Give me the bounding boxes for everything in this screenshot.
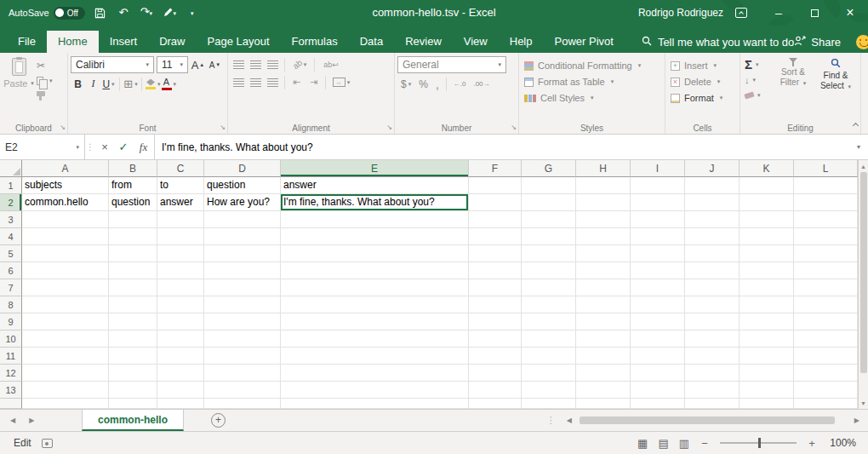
cell-C9[interactable]	[157, 313, 204, 330]
cell-D3[interactable]	[204, 211, 281, 228]
bottom-align-button[interactable]	[265, 56, 281, 72]
clipboard-dialog-launcher[interactable]: ↘	[60, 124, 66, 132]
cell-F2[interactable]	[469, 194, 522, 211]
cell-A2[interactable]: common.hello	[22, 194, 109, 211]
cell-I10[interactable]	[631, 330, 685, 348]
cell-K13[interactable]	[740, 382, 794, 399]
cell-B2[interactable]: question	[109, 194, 157, 211]
cell-G3[interactable]	[522, 211, 576, 228]
wrap-text-button[interactable]: ab↩	[318, 56, 344, 72]
name-box[interactable]: E2	[0, 135, 85, 159]
cell-J4[interactable]	[685, 228, 740, 245]
align-left-button[interactable]	[231, 74, 247, 90]
cell-L10[interactable]	[794, 330, 858, 348]
cell-A8[interactable]	[22, 296, 109, 313]
cell-I1[interactable]	[631, 177, 685, 194]
cell-B1[interactable]: from	[109, 177, 157, 194]
cell-L-partial[interactable]	[794, 399, 858, 409]
top-align-button[interactable]	[231, 56, 247, 72]
cell-A3[interactable]	[22, 211, 109, 228]
number-dialog-launcher[interactable]: ↘	[511, 124, 517, 132]
vertical-scrollbar[interactable]: ▲ ▼	[858, 160, 868, 409]
row-header-2[interactable]: 2	[0, 194, 22, 211]
cell-J12[interactable]	[685, 365, 740, 382]
middle-align-button[interactable]	[248, 56, 264, 72]
bold-button[interactable]: B	[71, 76, 85, 92]
cell-F1[interactable]	[469, 177, 522, 194]
underline-button[interactable]: U▾	[101, 76, 116, 92]
cell-E13[interactable]	[281, 382, 469, 399]
cell-K3[interactable]	[740, 211, 794, 228]
italic-button[interactable]: I	[86, 76, 100, 92]
undo-icon[interactable]: ↶	[116, 0, 131, 26]
normal-view-button[interactable]: ▦	[637, 437, 648, 450]
cell-H12[interactable]	[576, 365, 631, 382]
scroll-down-icon[interactable]: ▼	[859, 397, 868, 409]
cell-C4[interactable]	[157, 228, 204, 245]
cell-I9[interactable]	[631, 313, 685, 330]
row-header-3[interactable]: 3	[0, 211, 22, 228]
cell-G8[interactable]	[522, 296, 576, 313]
cell-C8[interactable]	[157, 296, 204, 313]
cell-A7[interactable]	[22, 279, 109, 296]
ribbon-display-options-icon[interactable]	[735, 8, 747, 18]
cell-F13[interactable]	[469, 382, 522, 399]
cell-D6[interactable]	[204, 262, 281, 279]
cell-E9[interactable]	[281, 313, 469, 330]
cell-B11[interactable]	[109, 348, 157, 365]
cell-C3[interactable]	[157, 211, 204, 228]
increase-decimal-button[interactable]: ←.0	[450, 76, 470, 92]
column-header-H[interactable]: H	[576, 160, 631, 177]
fill-color-button[interactable]: ▾	[146, 76, 161, 92]
cell-I6[interactable]	[631, 262, 685, 279]
cell-D11[interactable]	[204, 348, 281, 365]
cell-E3[interactable]	[281, 211, 469, 228]
cell-E11[interactable]	[281, 348, 469, 365]
zoom-slider-thumb[interactable]	[758, 438, 761, 448]
cell-E6[interactable]	[281, 262, 469, 279]
collapse-ribbon-icon[interactable]	[851, 121, 861, 129]
cell-I4[interactable]	[631, 228, 685, 245]
borders-button[interactable]: ⊞▾	[123, 76, 138, 92]
cell-A4[interactable]	[22, 228, 109, 245]
cell-F-partial[interactable]	[469, 399, 522, 409]
cell-F10[interactable]	[469, 330, 522, 348]
cell-D1[interactable]: question	[204, 177, 281, 194]
cell-J3[interactable]	[685, 211, 740, 228]
cell-C12[interactable]	[157, 365, 204, 382]
row-header-13[interactable]: 13	[0, 382, 22, 399]
cell-E10[interactable]	[281, 330, 469, 348]
cell-L8[interactable]	[794, 296, 858, 313]
tab-review[interactable]: Review	[394, 31, 453, 53]
delete-cells-button[interactable]: ×Delete▾	[668, 74, 737, 89]
comma-style-button[interactable]: ,	[432, 76, 443, 92]
cell-L13[interactable]	[794, 382, 858, 399]
row-header-partial[interactable]	[0, 399, 22, 409]
tab-view[interactable]: View	[453, 31, 499, 53]
cell-D13[interactable]	[204, 382, 281, 399]
cell-K12[interactable]	[740, 365, 794, 382]
cell-I2[interactable]	[631, 194, 685, 211]
cell-L3[interactable]	[794, 211, 858, 228]
cell-L7[interactable]	[794, 279, 858, 296]
cell-B8[interactable]	[109, 296, 157, 313]
fill-button[interactable]: ↓▾	[743, 72, 772, 87]
formula-bar-resize-handle[interactable]: ⋮	[85, 135, 95, 159]
row-header-9[interactable]: 9	[0, 313, 22, 330]
cell-D7[interactable]	[204, 279, 281, 296]
cell-E12[interactable]	[281, 365, 469, 382]
alignment-dialog-launcher[interactable]: ↘	[386, 124, 392, 132]
align-right-button[interactable]	[265, 74, 281, 90]
cell-G7[interactable]	[522, 279, 576, 296]
cell-G5[interactable]	[522, 245, 576, 262]
insert-cells-button[interactable]: +Insert▾	[668, 58, 737, 73]
tab-file[interactable]: File	[7, 31, 47, 53]
formula-input[interactable]: I'm fine, thanks. What about you?	[155, 135, 849, 159]
orientation-button[interactable]: ab▾	[288, 56, 311, 72]
new-sheet-button[interactable]: +	[211, 413, 226, 428]
cell-F6[interactable]	[469, 262, 522, 279]
cell-B12[interactable]	[109, 365, 157, 382]
cell-A9[interactable]	[22, 313, 109, 330]
sheet-nav-right-icon[interactable]: ▶	[29, 417, 34, 424]
cell-D2[interactable]: How are you?	[204, 194, 281, 211]
